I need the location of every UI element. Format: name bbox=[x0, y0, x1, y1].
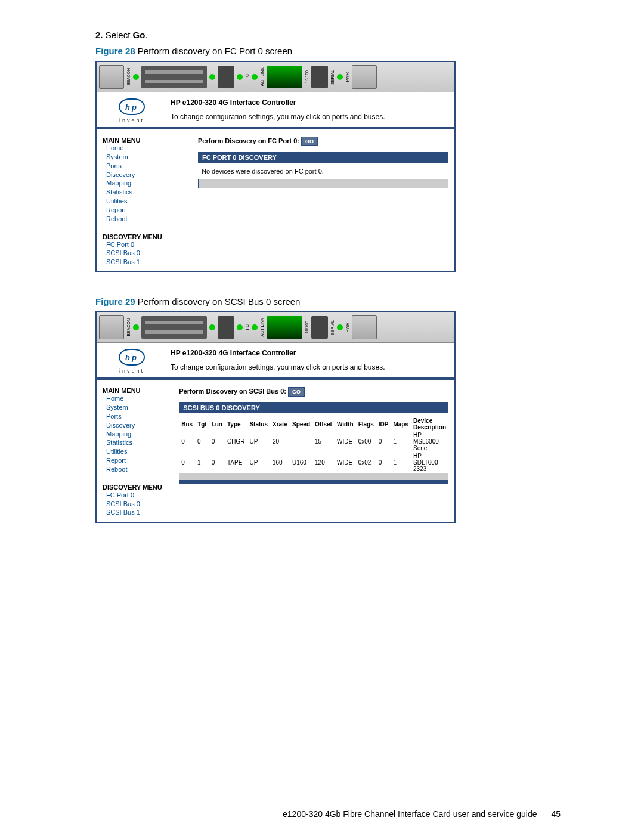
controller-title: HP e1200-320 4G Interface Controller bbox=[171, 349, 446, 357]
panel-module bbox=[99, 315, 124, 339]
panel-label-actlink: ACT LINK bbox=[260, 318, 264, 336]
led-icon bbox=[337, 324, 343, 330]
main-panel: Perform Discovery on SCSI Bus 0: GO SCSI… bbox=[173, 380, 454, 522]
menu-item-statistics[interactable]: Statistics bbox=[106, 188, 186, 197]
menu-item-scsibus0[interactable]: SCSI Bus 0 bbox=[106, 500, 167, 509]
col-tgt: Tgt bbox=[195, 417, 209, 431]
menu-item-scsibus0[interactable]: SCSI Bus 0 bbox=[106, 249, 186, 258]
panel-label-101: 10/100 bbox=[305, 70, 309, 83]
led-icon bbox=[237, 74, 243, 80]
panel-divider bbox=[198, 179, 448, 188]
led-icon bbox=[252, 324, 258, 330]
menu-item-statistics[interactable]: Statistics bbox=[106, 438, 167, 447]
device-front-panel: BEACON FC ACT LINK 10/100 SERIAL PWR bbox=[97, 312, 454, 343]
col-flags: Flags bbox=[356, 417, 376, 431]
footer-text: e1200-320 4Gb Fibre Channel Interface Ca… bbox=[283, 809, 537, 819]
col-maps: Maps bbox=[391, 417, 411, 431]
menu-item-home[interactable]: Home bbox=[106, 394, 167, 403]
col-offset: Offset bbox=[312, 417, 335, 431]
panel-label-pwr: PWR bbox=[345, 323, 349, 332]
menu-item-utilities[interactable]: Utilities bbox=[106, 447, 167, 456]
menu-item-mapping[interactable]: Mapping bbox=[106, 179, 186, 188]
main-panel: Perform Discovery on FC Port 0: GO FC PO… bbox=[192, 129, 454, 271]
discovery-label: Perform Discovery on FC Port 0: bbox=[198, 137, 299, 144]
table-divider bbox=[179, 473, 448, 480]
led-icon bbox=[209, 324, 215, 330]
led-icon bbox=[252, 74, 258, 80]
menu-item-fcport0[interactable]: FC Port 0 bbox=[106, 491, 167, 500]
table-row: 0 0 0 CHGR UP 20 15 WIDE 0x00 0 1 HP MSL… bbox=[179, 431, 448, 452]
device-front-panel: BEACON FC ACT LINK 10/100 SERIAL PWR bbox=[97, 62, 454, 92]
figure-29-label: Figure 29 bbox=[95, 296, 135, 306]
panel-module bbox=[352, 315, 377, 339]
table-divider bbox=[179, 480, 448, 484]
panel-label-fc: FC bbox=[245, 74, 249, 79]
discovery-label: Perform Discovery on SCSI Bus 0: bbox=[179, 388, 286, 395]
menu-item-home[interactable]: Home bbox=[106, 144, 186, 153]
led-icon bbox=[133, 324, 139, 330]
panel-label-beacon: BEACON bbox=[126, 68, 131, 86]
led-icon bbox=[337, 74, 343, 80]
panel-module bbox=[352, 65, 377, 89]
hp-logo-text: invent bbox=[119, 368, 144, 374]
menu-item-mapping[interactable]: Mapping bbox=[106, 430, 167, 439]
page-number: 45 bbox=[551, 809, 561, 819]
menu-item-scsibus1[interactable]: SCSI Bus 1 bbox=[106, 508, 167, 517]
menu-item-reboot[interactable]: Reboot bbox=[106, 215, 186, 224]
menu-item-ports[interactable]: Ports bbox=[106, 162, 186, 171]
menu-item-reboot[interactable]: Reboot bbox=[106, 465, 167, 474]
panel-label-serial: SERIAL bbox=[330, 320, 335, 335]
menu-item-fcport0[interactable]: FC Port 0 bbox=[106, 240, 186, 249]
screenshot-scsi-bus-0: BEACON FC ACT LINK 10/100 SERIAL PWR hp … bbox=[95, 311, 456, 523]
col-idp: IDP bbox=[376, 417, 391, 431]
figure-28-caption: Figure 28 Perform discovery on FC Port 0… bbox=[95, 46, 584, 56]
menu-item-report[interactable]: Report bbox=[106, 206, 186, 215]
led-icon bbox=[209, 74, 215, 80]
step-period: . bbox=[145, 30, 147, 40]
panel-mini bbox=[218, 66, 234, 88]
hp-logo: hp invent bbox=[105, 349, 159, 374]
col-status: Status bbox=[247, 417, 270, 431]
col-speed: Speed bbox=[290, 417, 312, 431]
go-button[interactable]: GO bbox=[301, 137, 318, 146]
figure-29-text: Perform discovery on SCSI Bus 0 screen bbox=[138, 296, 301, 306]
menu-item-report[interactable]: Report bbox=[106, 456, 167, 465]
screenshot-header: hp invent HP e1200-320 4G Interface Cont… bbox=[97, 92, 454, 129]
menu-item-discovery[interactable]: Discovery bbox=[106, 171, 186, 179]
menu-item-system[interactable]: System bbox=[106, 403, 167, 412]
panel-label-pwr: PWR bbox=[345, 72, 349, 82]
discovery-menu-heading: DISCOVERY MENU bbox=[103, 484, 167, 491]
step-number: 2. bbox=[95, 30, 103, 40]
menu-item-ports[interactable]: Ports bbox=[106, 412, 167, 421]
step-verb: Select bbox=[106, 30, 131, 40]
panel-module bbox=[99, 65, 124, 89]
sidebar: MAIN MENU Home System Ports Discovery Ma… bbox=[97, 129, 192, 271]
panel-label-101: 10/100 bbox=[305, 321, 309, 333]
menu-item-discovery[interactable]: Discovery bbox=[106, 421, 167, 430]
sidebar: MAIN MENU Home System Ports Discovery Ma… bbox=[97, 380, 173, 522]
figure-28-text: Perform discovery on FC Port 0 screen bbox=[138, 46, 292, 56]
menu-item-system[interactable]: System bbox=[106, 153, 186, 162]
hp-logo-icon: hp bbox=[119, 98, 145, 115]
panel-screen bbox=[267, 66, 302, 88]
panel-label-beacon: BEACON bbox=[126, 318, 131, 336]
controller-subtitle: To change configuration settings, you ma… bbox=[171, 113, 446, 121]
menu-item-scsibus1[interactable]: SCSI Bus 1 bbox=[106, 258, 186, 267]
figure-28-label: Figure 28 bbox=[95, 46, 135, 56]
panel-mini bbox=[311, 316, 328, 339]
controller-subtitle: To change configuration settings, you ma… bbox=[171, 363, 446, 371]
panel-label-fc: FC bbox=[245, 324, 249, 330]
discovery-panel-title: FC PORT 0 DISCOVERY bbox=[198, 152, 448, 163]
screenshot-fc-port-0: BEACON FC ACT LINK 10/100 SERIAL PWR hp … bbox=[95, 61, 456, 272]
page-footer: e1200-320 4Gb Fibre Channel Interface Ca… bbox=[95, 809, 584, 819]
main-menu-heading: MAIN MENU bbox=[103, 137, 186, 144]
screenshot-header: hp invent HP e1200-320 4G Interface Cont… bbox=[97, 343, 454, 380]
panel-label-serial: SERIAL bbox=[330, 70, 335, 85]
col-bus: Bus bbox=[179, 417, 195, 431]
discovery-message: No devices were discovered on FC port 0. bbox=[198, 163, 448, 179]
menu-item-utilities[interactable]: Utilities bbox=[106, 197, 186, 206]
panel-screen bbox=[267, 316, 302, 339]
led-icon bbox=[133, 74, 139, 80]
go-button[interactable]: GO bbox=[288, 387, 305, 397]
discovery-menu-heading: DISCOVERY MENU bbox=[103, 233, 186, 240]
